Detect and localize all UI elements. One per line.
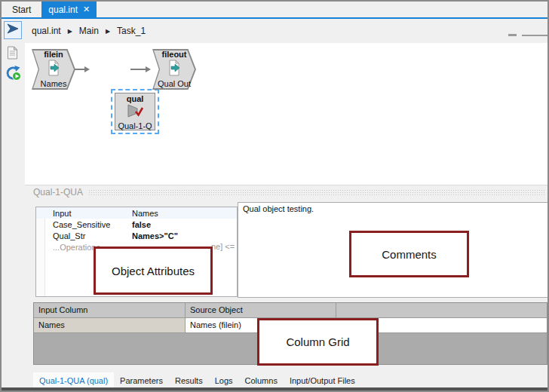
attribute-name: Case_Sensitive (53, 220, 132, 229)
comments-text: Qual object testing. (243, 204, 314, 213)
arrowhead-icon (146, 66, 151, 72)
minimize-icon[interactable] (508, 34, 517, 36)
tab-qual-int-label: qual.int (48, 5, 78, 15)
run-button[interactable] (4, 21, 22, 39)
tab-label: Parameters (120, 376, 163, 385)
window-bottom-edge (2, 387, 547, 390)
column-header-extra[interactable] (336, 303, 547, 318)
bottom-tab-bar: Qual-1-QUA (qual) Parameters Results Log… (2, 372, 547, 389)
attribute-row[interactable]: Input Names (36, 207, 237, 219)
tab-label: Logs (215, 376, 233, 385)
section-title: Qual-1-QUA (33, 187, 83, 198)
refresh-history-icon[interactable] (5, 65, 22, 84)
callout-object-attributes: Object Attributes (94, 247, 213, 295)
cell-input-column[interactable]: Names (34, 318, 186, 333)
tab-start[interactable]: Start (2, 2, 41, 17)
node-filein[interactable]: filein Names (32, 49, 75, 90)
tab-label: Input/Output Files (290, 376, 355, 385)
page-with-arrow-icon (167, 60, 182, 79)
attribute-value: Names>"C" (132, 231, 178, 240)
connector-qual-fileout (130, 69, 146, 70)
document-icon[interactable] (7, 46, 18, 63)
document-tab-bar: Start qual.int ✕ (2, 2, 547, 17)
chevron-right-icon: ▶ (106, 28, 110, 35)
selection-dashed-border (111, 89, 159, 134)
tab-label: Qual-1-QUA (qual) (39, 376, 108, 385)
column-header-source-object[interactable]: Source Object (186, 303, 336, 318)
tab-qual-int[interactable]: qual.int ✕ (41, 2, 97, 17)
tab-qual-1-qua[interactable]: Qual-1-QUA (qual) (33, 372, 114, 389)
flow-canvas[interactable]: filein Names qual Qual-1-Q (25, 43, 547, 185)
tab-parameters[interactable]: Parameters (114, 372, 169, 389)
breadcrumb-item-task[interactable]: Task_1 (117, 26, 146, 36)
node-qual[interactable]: qual Qual-1-Q (115, 93, 155, 130)
tab-input-output-files[interactable]: Input/Output Files (284, 372, 361, 389)
arrowhead-icon (84, 66, 90, 72)
callout-comments-label: Comments (382, 248, 437, 261)
dotted-separator (88, 189, 544, 196)
connector-filein-qual (75, 69, 85, 70)
breadcrumb-item-main[interactable]: Main (79, 26, 99, 36)
tab-close-icon[interactable]: ✕ (83, 5, 90, 14)
attribute-name: Qual_Str (53, 231, 132, 240)
column-grid-header-row: Input Column Source Object (34, 303, 547, 318)
callout-comments: Comments (349, 231, 469, 277)
section-header: Qual-1-QUA (33, 187, 544, 198)
chevron-right-icon: ▶ (68, 28, 72, 35)
tab-columns[interactable]: Columns (239, 372, 284, 389)
page-with-arrow-icon (46, 60, 61, 79)
node-filein-label: Names (41, 79, 67, 88)
callout-column-grid-label: Column Grid (286, 335, 349, 348)
callout-object-attributes-label: Object Attributes (112, 265, 195, 277)
tab-results[interactable]: Results (169, 372, 209, 389)
breadcrumb-item-file[interactable]: qual.int (32, 26, 61, 36)
panel-divider-line (522, 35, 547, 36)
node-fileout[interactable]: fileout Qual Out (152, 49, 196, 90)
attribute-row[interactable]: Case_Sensitive false (36, 219, 237, 230)
attribute-value: Names (132, 209, 158, 218)
tab-logs[interactable]: Logs (209, 372, 239, 389)
attribute-row[interactable]: Qual_Str Names>"C" (36, 230, 237, 241)
active-tab-underline (2, 17, 547, 19)
app-window: Start qual.int ✕ qual.int ▶ Main ▶ Task_… (0, 0, 549, 392)
node-fileout-label: Qual Out (158, 79, 191, 88)
tab-label: Results (175, 376, 203, 385)
attribute-value: false (132, 220, 151, 229)
breadcrumb: qual.int ▶ Main ▶ Task_1 (32, 24, 146, 38)
tab-start-label: Start (12, 5, 31, 15)
run-icon (6, 23, 20, 38)
attribute-name: Input (53, 209, 132, 218)
tab-label: Columns (245, 376, 278, 385)
node-fileout-title: fileout (162, 50, 187, 59)
node-filein-title: filein (44, 50, 63, 59)
callout-column-grid: Column Grid (257, 318, 379, 366)
column-header-input-column[interactable]: Input Column (34, 303, 186, 318)
